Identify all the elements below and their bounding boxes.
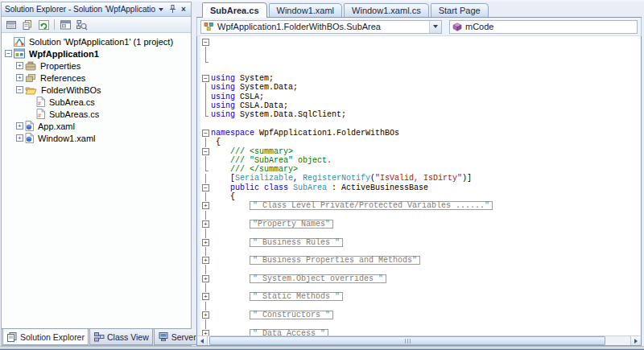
tree-expand-toggle[interactable]: + (16, 134, 23, 142)
code-line (200, 247, 641, 256)
solution-explorer-icon (6, 331, 18, 342)
outlining-margin: + (200, 238, 211, 247)
chevron-down-icon (159, 8, 163, 11)
outlining-margin (200, 93, 211, 101)
tab-label: Solution Explorer (20, 332, 85, 342)
tree-item-app-xaml[interactable]: +App.xaml (2, 120, 191, 132)
code-text: using System; (211, 74, 641, 83)
outline-toggle-icon[interactable]: + (202, 293, 209, 300)
code-text (211, 265, 641, 274)
close-button[interactable]: × (178, 4, 189, 15)
solution-explorer-title: Solution Explorer - Solution 'WpfApplica… (5, 5, 155, 14)
tree-item-label: References (39, 73, 87, 83)
refresh-button[interactable] (36, 18, 51, 31)
collapsed-region[interactable]: " Constructors " (250, 311, 333, 319)
tree-item-subareas-cs[interactable]: #SubAreas.cs (2, 108, 191, 120)
auto-hide-pin-button[interactable] (167, 4, 178, 15)
solution-icon (14, 36, 25, 47)
cs-file-icon: # (36, 97, 45, 107)
tree-expand-toggle[interactable]: + (16, 62, 23, 69)
view-class-diagram-button[interactable] (74, 18, 89, 31)
tree-item-solution-wpfapplication1-1-project[interactable]: Solution 'WpfApplication1' (1 project) (2, 35, 191, 47)
code-editor[interactable]: −−using System;using System.Data;using C… (196, 36, 642, 336)
code-line: +" Data Access " (200, 329, 641, 336)
code-line: using CSLA.Data; (200, 101, 641, 110)
scrollbar-track[interactable] (605, 336, 630, 345)
outline-toggle-icon[interactable]: + (202, 257, 209, 264)
outlining-margin: − (200, 74, 211, 83)
scrollbar-thumb[interactable] (209, 336, 605, 345)
code-line (200, 56, 641, 65)
code-text (211, 47, 641, 56)
solution-explorer-titlebar[interactable]: Solution Explorer - Solution 'WpfApplica… (2, 2, 191, 17)
code-text: " Business Properties and Methods" (211, 256, 641, 265)
code-line: −public class SubArea : ActiveBusinessBa… (200, 183, 641, 192)
properties-button[interactable] (4, 18, 19, 31)
outline-toggle-icon[interactable]: + (202, 330, 209, 336)
members-dropdown[interactable]: mCode (449, 20, 638, 34)
code-line: +" Business Rules " (200, 238, 641, 247)
editor-navigation-bar: WpfApplication1.FolderWithBOs.SubArea mC… (196, 18, 642, 36)
scroll-right-button[interactable] (630, 336, 641, 345)
collapsed-region[interactable]: " Business Properties and Methods" (250, 256, 420, 265)
pin-icon (169, 5, 176, 14)
outlining-margin: + (200, 292, 211, 301)
outlining-margin (200, 156, 211, 165)
collapsed-region[interactable]: " Data Access " (250, 329, 328, 336)
code-text (211, 38, 641, 47)
outline-toggle-icon[interactable]: + (202, 275, 209, 282)
outline-toggle-icon[interactable]: + (202, 202, 209, 209)
code-line: using System.Data; (200, 83, 641, 92)
tree-item-wpfapplication1[interactable]: −WpfApplication1 (2, 47, 191, 60)
outline-toggle-icon[interactable]: − (202, 75, 209, 82)
window-position-button[interactable] (155, 4, 167, 15)
code-line: −namespace WpfApplication1.FolderWithBOs (200, 129, 641, 138)
code-line: using System.Data.SqlClient; (200, 110, 641, 119)
outlining-margin: − (200, 129, 211, 138)
tree-item-references[interactable]: +References (2, 72, 191, 84)
dropdown-arrow-button[interactable] (429, 21, 441, 33)
tree-expand-toggle[interactable]: − (5, 50, 12, 57)
svg-text:#: # (38, 101, 41, 106)
view-designer-button[interactable] (58, 18, 72, 31)
outlining-margin (200, 47, 211, 56)
show-all-files-button[interactable] (20, 18, 35, 31)
outline-toggle-icon[interactable]: + (202, 239, 209, 246)
outline-toggle-icon[interactable]: − (202, 148, 209, 155)
collapsed-region[interactable]: " Static Methods " (250, 292, 343, 301)
types-dropdown-value: WpfApplication1.FolderWithBOs.SubArea (217, 22, 381, 31)
tree-item-label: Properties (39, 61, 82, 71)
types-dropdown[interactable]: WpfApplication1.FolderWithBOs.SubArea (200, 20, 442, 34)
collapsed-region[interactable]: "Property Names" (250, 220, 333, 229)
scroll-left-button[interactable] (197, 336, 208, 345)
outlining-margin (200, 56, 211, 65)
tree-item-window1-xaml[interactable]: +Window1.xaml (2, 132, 191, 144)
tree-expand-toggle[interactable]: − (16, 86, 23, 93)
collapsed-region[interactable]: " Business Rules " (250, 238, 343, 247)
xaml-file-icon (25, 121, 34, 131)
collapsed-region[interactable]: " System.Object overrides " (250, 274, 386, 283)
tree-item-properties[interactable]: +Properties (2, 60, 191, 72)
document-tab-window1-xaml-cs[interactable]: Window1.xaml.cs (344, 3, 429, 17)
tree-expand-toggle[interactable]: + (16, 74, 23, 81)
close-icon: × (181, 5, 186, 14)
tree-item-folderwithbos[interactable]: −FolderWithBOs (2, 84, 191, 96)
tree-expand-toggle[interactable]: + (16, 122, 23, 130)
outline-toggle-icon[interactable]: + (202, 311, 209, 319)
outline-toggle-icon[interactable]: − (202, 130, 209, 137)
code-line: /// </summary> (200, 165, 641, 174)
horizontal-scrollbar[interactable] (196, 336, 642, 346)
tree-item-subarea-cs[interactable]: #SubArea.cs (2, 96, 191, 108)
document-tab-window1-xaml[interactable]: Window1.xaml (269, 3, 343, 17)
tab-solution-explorer[interactable]: Solution Explorer (2, 329, 89, 345)
outline-toggle-icon[interactable]: − (202, 184, 209, 191)
tool-window-tabs: Solution ExplorerClass ViewServer Explor… (2, 328, 191, 345)
outline-toggle-icon[interactable]: − (202, 39, 209, 46)
outline-toggle-icon[interactable]: + (202, 220, 209, 228)
document-tab-subarea-cs[interactable]: SubArea.cs (202, 2, 267, 18)
toolbar-separator (54, 19, 55, 30)
document-tab-start-page[interactable]: Start Page (431, 3, 489, 17)
code-text (211, 56, 641, 65)
tab-class-view[interactable]: Class View (89, 329, 153, 345)
collapsed-region[interactable]: " Class Level Private/Protected Variable… (250, 201, 493, 210)
